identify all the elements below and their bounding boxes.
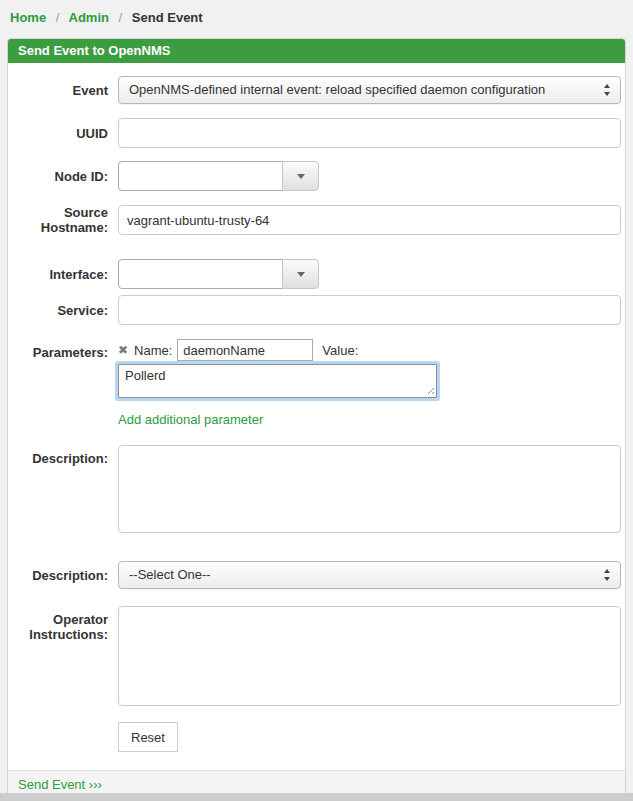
breadcrumb-current: Send Event [132, 10, 203, 25]
source-hostname-label: Source Hostname: [8, 205, 108, 235]
operator-instructions-label: Operator Instructions: [8, 606, 108, 706]
event-label: Event [8, 83, 108, 98]
interface-label: Interface: [8, 267, 108, 282]
send-event-form: Event OpenNMS-defined internal event: re… [8, 63, 625, 770]
service-row: Service: [8, 295, 621, 325]
chevron-down-icon [297, 272, 305, 277]
service-input[interactable] [118, 295, 621, 325]
send-event-link[interactable]: Send Event ››› [18, 777, 102, 792]
interface-dropdown-button[interactable] [282, 259, 319, 289]
event-row: Event OpenNMS-defined internal event: re… [8, 76, 621, 104]
operator-instructions-textarea[interactable] [118, 606, 621, 706]
breadcrumb-link-admin[interactable]: Admin [69, 10, 109, 25]
parameters-label: Parameters: [8, 339, 108, 427]
breadcrumb-separator: / [56, 10, 60, 25]
description-label: Description: [8, 445, 108, 533]
description-select-row: Description: --Select One-- [8, 561, 621, 589]
reset-row: Reset [8, 722, 621, 752]
page: Home / Admin / Send Event Send Event to … [0, 0, 633, 801]
parameter-name-input[interactable] [177, 339, 313, 361]
breadcrumb-separator: / [119, 10, 123, 25]
uuid-row: UUID [8, 118, 621, 148]
uuid-input[interactable] [118, 118, 621, 148]
breadcrumb: Home / Admin / Send Event [0, 0, 633, 30]
description-textarea[interactable] [118, 445, 621, 533]
parameters-row: Parameters: ✖ Name: Value: Pollerd Add a… [8, 339, 621, 427]
breadcrumb-link-home[interactable]: Home [10, 10, 46, 25]
stepper-icon [604, 84, 611, 96]
uuid-label: UUID [8, 126, 108, 141]
parameter-name-label: Name: [134, 343, 172, 358]
stepper-icon [604, 569, 611, 581]
reset-button[interactable]: Reset [118, 722, 178, 752]
description-select-label: Description: [8, 568, 108, 583]
chevron-down-icon [297, 174, 305, 179]
event-select-value: OpenNMS-defined internal event: reload s… [129, 82, 545, 97]
description-row: Description: [8, 445, 621, 533]
source-hostname-input[interactable] [118, 205, 621, 235]
event-select[interactable]: OpenNMS-defined internal event: reload s… [118, 76, 621, 104]
description-select-value: --Select One-- [129, 567, 211, 582]
interface-row: Interface: [8, 259, 621, 289]
add-parameter-link[interactable]: Add additional parameter [118, 412, 263, 427]
node-id-row: Node ID: [8, 161, 621, 191]
description-select[interactable]: --Select One-- [118, 561, 621, 589]
panel-title: Send Event to OpenNMS [8, 39, 625, 63]
node-id-label: Node ID: [8, 169, 108, 184]
source-hostname-row: Source Hostname: [8, 205, 621, 235]
page-bottom-strip [0, 793, 633, 801]
node-id-dropdown-button[interactable] [282, 161, 319, 191]
parameter-value-textarea[interactable]: Pollerd [118, 364, 437, 398]
service-label: Service: [8, 303, 108, 318]
interface-input[interactable] [118, 259, 283, 289]
parameter-value-label: Value: [322, 343, 358, 358]
operator-instructions-row: Operator Instructions: [8, 606, 621, 706]
remove-parameter-icon[interactable]: ✖ [118, 344, 128, 356]
node-id-input[interactable] [118, 161, 283, 191]
send-event-panel: Send Event to OpenNMS Event OpenNMS-defi… [7, 38, 626, 800]
